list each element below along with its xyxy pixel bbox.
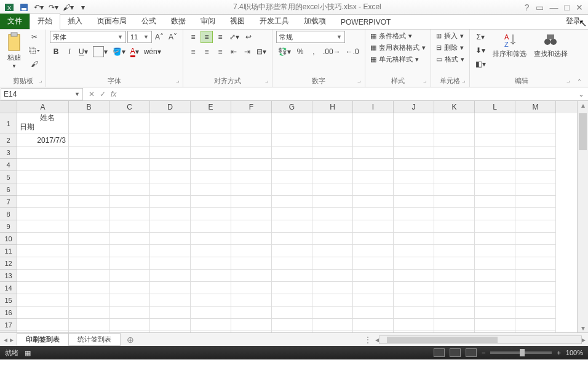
cell[interactable] xyxy=(231,282,272,294)
cell[interactable] xyxy=(69,257,109,270)
font-name-combo[interactable]: 宋体▼ xyxy=(50,31,126,43)
cell[interactable] xyxy=(515,146,556,159)
col-header[interactable]: F xyxy=(231,101,272,113)
zoom-in-button[interactable]: + xyxy=(557,349,560,356)
cell[interactable] xyxy=(434,257,475,270)
cell[interactable] xyxy=(191,220,231,233)
cell[interactable] xyxy=(231,171,272,183)
cell[interactable] xyxy=(17,220,69,233)
cell[interactable] xyxy=(394,146,434,159)
name-box[interactable]: E14▼ xyxy=(1,88,83,100)
currency-button[interactable]: 💱▾ xyxy=(276,46,293,58)
cell[interactable] xyxy=(475,245,515,257)
orientation-button[interactable]: ⤢▾ xyxy=(228,31,241,43)
cell[interactable] xyxy=(434,233,475,245)
cell[interactable] xyxy=(109,183,150,196)
cell[interactable] xyxy=(353,220,394,233)
cell[interactable] xyxy=(434,196,475,208)
cell[interactable] xyxy=(69,196,109,208)
sheet-nav-prev-icon[interactable]: ◂ xyxy=(4,335,7,344)
cell[interactable] xyxy=(394,307,434,319)
cell[interactable] xyxy=(353,307,394,319)
cell[interactable] xyxy=(231,183,272,196)
cell[interactable] xyxy=(515,196,556,208)
cell[interactable] xyxy=(353,294,394,307)
cell[interactable] xyxy=(231,220,272,233)
cell[interactable] xyxy=(434,159,475,171)
cell[interactable] xyxy=(150,159,191,171)
cell[interactable] xyxy=(191,146,231,159)
cell[interactable] xyxy=(69,113,109,134)
cell[interactable] xyxy=(475,319,515,331)
cell[interactable] xyxy=(191,270,231,282)
cell[interactable] xyxy=(191,159,231,171)
cell[interactable] xyxy=(272,319,312,331)
cell[interactable] xyxy=(231,270,272,282)
cell[interactable] xyxy=(150,146,191,159)
cell[interactable] xyxy=(394,282,434,294)
minimize-icon[interactable]: — xyxy=(550,2,558,12)
cell[interactable] xyxy=(69,319,109,331)
cell[interactable] xyxy=(394,233,434,245)
cell[interactable] xyxy=(17,233,69,245)
cell[interactable] xyxy=(312,270,353,282)
redo-icon[interactable]: ↷▾ xyxy=(47,1,60,14)
brush-icon[interactable]: 🖌▾ xyxy=(62,1,75,14)
zoom-out-button[interactable]: − xyxy=(482,349,485,356)
cell[interactable] xyxy=(150,270,191,282)
maximize-icon[interactable]: □ xyxy=(565,2,570,12)
tab-dev[interactable]: 开发工具 xyxy=(252,14,296,29)
row-header[interactable]: 14 xyxy=(0,282,17,294)
align-right-button[interactable]: ≡ xyxy=(214,46,226,58)
cell[interactable] xyxy=(515,319,556,331)
cell[interactable] xyxy=(475,233,515,245)
cell[interactable] xyxy=(69,183,109,196)
cell[interactable] xyxy=(434,220,475,233)
cell[interactable] xyxy=(272,208,312,220)
cell[interactable] xyxy=(272,171,312,183)
scrollbar-thumb[interactable] xyxy=(579,113,587,150)
cell[interactable] xyxy=(515,307,556,319)
cell[interactable] xyxy=(231,294,272,307)
cell[interactable] xyxy=(434,245,475,257)
cell[interactable] xyxy=(150,319,191,331)
cell[interactable] xyxy=(109,294,150,307)
cell[interactable] xyxy=(312,171,353,183)
scroll-down-icon[interactable]: ▾ xyxy=(578,324,588,332)
align-left-button[interactable]: ≡ xyxy=(187,46,199,58)
cell[interactable] xyxy=(231,307,272,319)
cell[interactable] xyxy=(109,331,150,332)
decrease-font-button[interactable]: A˅ xyxy=(167,31,179,43)
format-cells-button[interactable]: ▭格式▾ xyxy=(435,54,466,65)
cell[interactable] xyxy=(353,171,394,183)
cell[interactable] xyxy=(191,208,231,220)
tab-layout[interactable]: 页面布局 xyxy=(90,14,134,29)
cell[interactable] xyxy=(191,331,231,332)
cell[interactable] xyxy=(150,257,191,270)
cell[interactable] xyxy=(475,171,515,183)
horizontal-scrollbar[interactable] xyxy=(379,335,582,344)
cell[interactable] xyxy=(231,319,272,331)
zoom-level[interactable]: 100% xyxy=(566,349,583,356)
cell[interactable] xyxy=(191,171,231,183)
cell[interactable] xyxy=(312,319,353,331)
cell[interactable] xyxy=(17,171,69,183)
cell[interactable] xyxy=(475,270,515,282)
pinyin-button[interactable]: wén▾ xyxy=(142,46,163,58)
cell[interactable] xyxy=(272,331,312,332)
cell[interactable] xyxy=(231,331,272,332)
italic-button[interactable]: I xyxy=(63,46,76,58)
cell[interactable]: 姓名 日期 xyxy=(17,113,69,134)
cell[interactable] xyxy=(515,282,556,294)
cell[interactable] xyxy=(515,331,556,332)
cell[interactable] xyxy=(69,134,109,146)
cell[interactable] xyxy=(109,113,150,134)
row-header[interactable]: 3 xyxy=(0,146,17,159)
cell[interactable] xyxy=(434,146,475,159)
cell[interactable] xyxy=(17,245,69,257)
view-layout-button[interactable] xyxy=(450,348,461,357)
cell[interactable] xyxy=(150,245,191,257)
cell[interactable] xyxy=(191,233,231,245)
cell[interactable] xyxy=(231,208,272,220)
cell[interactable] xyxy=(69,282,109,294)
